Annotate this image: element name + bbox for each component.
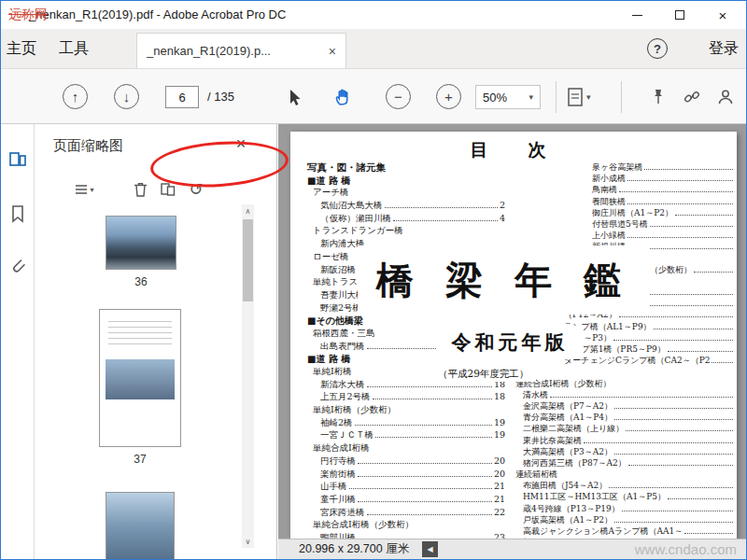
dot-leader <box>613 340 733 341</box>
dot-leader <box>375 437 492 438</box>
scrollbar-thumb[interactable] <box>243 219 253 301</box>
dot-leader <box>584 442 733 443</box>
toc-entry: 泉ヶ谷高架橋 <box>510 161 735 173</box>
help-icon[interactable]: ? <box>647 38 668 59</box>
toc-entry: 一宮ＪＣＴ橋 19 <box>307 429 505 442</box>
watermark-topleft: 远称网 <box>8 7 48 23</box>
window-title: _nenkan_R1(2019).pdf - Adobe Acrobat Pro… <box>29 7 286 21</box>
toc-entry: 連続合成Ⅰ桁橋（少数桁） <box>510 378 735 389</box>
toc-entry: 単純合成Ⅰ桁橋（少数桁） <box>307 519 505 532</box>
toc-entry: 蔵4号跨線（P13～P19） <box>510 503 735 514</box>
share-link-button[interactable] <box>679 84 705 110</box>
zoom-level-dropdown[interactable]: 50% ▾ <box>475 85 541 109</box>
window-controls: × <box>615 1 744 29</box>
panel-close-icon[interactable]: × <box>231 133 251 154</box>
dot-leader <box>684 533 733 534</box>
pin-icon <box>649 88 668 106</box>
panel-title: 页面缩略图 <box>53 137 123 155</box>
arrow-up-icon: ↑ <box>72 89 79 105</box>
page-number-input[interactable]: 6 <box>165 86 199 108</box>
paperclip-icon <box>8 257 27 275</box>
dot-leader <box>385 207 498 208</box>
dot-leader <box>619 316 733 317</box>
next-page-button[interactable]: ↓ <box>114 84 139 109</box>
toc-entry: 宮床跨道橋 22 <box>307 507 505 520</box>
toc-entry: 袖崎2橋 19 <box>307 417 505 430</box>
collapse-button[interactable]: ◀ <box>422 541 438 557</box>
zoom-level-value: 50% <box>483 91 507 105</box>
dot-leader <box>609 487 733 488</box>
toc-entry: トランスドランガー橋 <box>307 225 505 238</box>
scroll-down-icon[interactable]: ∨ <box>242 535 254 548</box>
person-icon <box>716 88 735 106</box>
hand-tool-button[interactable] <box>330 84 356 110</box>
zoom-out-button[interactable]: − <box>386 84 411 109</box>
thumbnail-image <box>106 216 176 270</box>
bookmark-icon <box>8 204 27 223</box>
toc-entry: 童千川橋 21 <box>307 494 505 507</box>
minimize-icon <box>632 15 642 16</box>
main-toolbar: ↑ ↓ 6 / 135 − + 50% ▾ ▾ <box>1 68 746 124</box>
dot-leader <box>675 215 733 216</box>
zoom-in-button[interactable]: + <box>436 84 461 109</box>
dot-leader <box>367 386 492 387</box>
minimize-button[interactable] <box>615 1 658 29</box>
toc-entry: 金沢高架橋（P7～A2） <box>510 400 735 412</box>
document-big-title: 橋 梁 年 鑑 <box>358 245 649 315</box>
thumbnail-page-38[interactable] <box>106 492 175 559</box>
thumbnail-page-37[interactable]: 37 <box>99 309 181 466</box>
sign-in-button[interactable]: 登录 <box>709 39 739 59</box>
dot-leader <box>614 419 733 420</box>
toolbar-divider <box>621 81 622 113</box>
dot-leader <box>668 351 733 352</box>
document-edition-note: （平成29年度完工） <box>430 367 536 382</box>
page-thumbnails-panel: 页面缩略图 × ▾ ↺ 36 <box>35 124 277 559</box>
toc-entry: 新小成橋 <box>510 173 735 184</box>
thumbnail-image <box>99 309 181 447</box>
chevron-down-icon: ▾ <box>529 92 533 102</box>
close-button[interactable]: × <box>701 1 744 29</box>
minus-icon: − <box>394 89 402 105</box>
bookmarks-panel-button[interactable] <box>8 204 27 223</box>
toc-entry: 山手橋 21 <box>307 481 505 494</box>
thumbnail-page-36[interactable]: 36 <box>106 216 176 288</box>
maximize-button[interactable] <box>658 1 701 29</box>
hand-icon <box>332 87 353 107</box>
thumbnail-page-number: 37 <box>99 453 181 466</box>
arrow-down-icon: ↓ <box>123 89 131 105</box>
chevron-down-icon: ▾ <box>586 92 591 102</box>
page-thumbnails-panel-button[interactable] <box>8 150 27 169</box>
attachments-panel-button[interactable] <box>8 257 27 275</box>
dot-leader <box>668 498 733 499</box>
dot-leader <box>627 237 733 238</box>
toc-entry: 養間狭橋 <box>510 196 735 207</box>
toc-entry: 上小緑橋 <box>510 230 735 241</box>
pin-toolbar-button[interactable] <box>645 84 671 110</box>
toc-entry: 大満高架橋（P3～A2） <box>510 446 735 457</box>
toc-entry: 上五月2号橋 18 <box>307 391 505 404</box>
toc-entry: 連続箱桁橋 <box>510 469 735 480</box>
select-tool-button[interactable] <box>281 84 307 110</box>
link-icon <box>683 88 701 106</box>
scroll-up-icon[interactable]: ∧ <box>242 204 254 217</box>
fill-sign-button[interactable] <box>712 84 739 110</box>
dot-leader <box>358 463 492 464</box>
page-display-dropdown[interactable]: ▾ <box>567 83 604 111</box>
toolbar-divider <box>556 81 557 113</box>
document-tab-close-icon[interactable]: × <box>329 44 336 59</box>
panel-scrollbar[interactable]: ∧ ∨ <box>242 204 254 548</box>
tab-tools[interactable]: 工具 <box>59 29 89 68</box>
toc-entry: 猪河西第三橋（P87～A2） <box>510 457 735 469</box>
toc-entry: 御庄川橋（A1～P2） <box>510 207 735 218</box>
toc-entry: 円行寺橋 20 <box>307 455 505 469</box>
previous-page-button[interactable]: ↑ <box>63 84 88 109</box>
tab-bar: 主页 工具 _nenkan_R1(2019).p... × ? 登录 <box>1 29 746 68</box>
main-area: 页面缩略图 × ▾ ↺ 36 <box>1 124 746 559</box>
toc-entry: 高裁ジャンクション橋Aランプ橋（AA1～ <box>510 525 735 537</box>
dot-leader <box>627 180 733 181</box>
document-tab[interactable]: _nenkan_R1(2019).p... × <box>136 33 346 68</box>
plus-icon: + <box>444 89 453 105</box>
tab-home[interactable]: 主页 <box>7 29 36 68</box>
toc-entry: 戸坂高架橋（A1～P2） <box>510 514 735 525</box>
navigation-rail <box>1 124 35 559</box>
